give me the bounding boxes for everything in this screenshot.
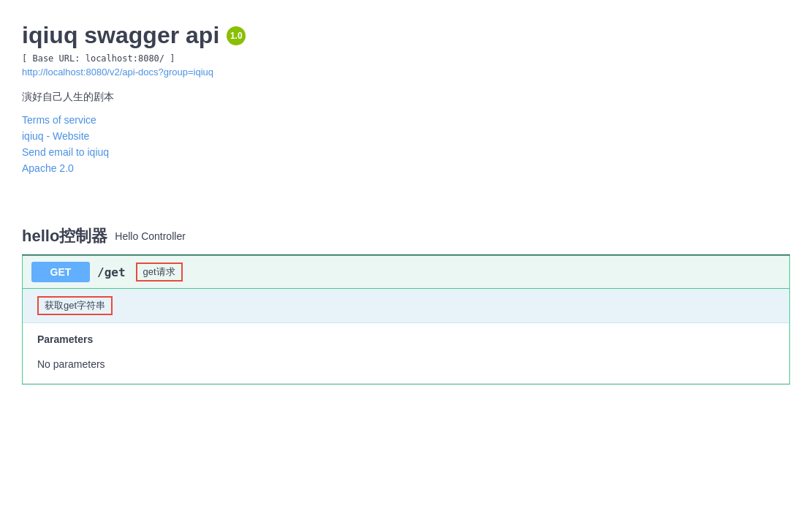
params-title: Parameters	[37, 333, 775, 345]
base-url: [ Base URL: localhost:8080/ ]	[22, 53, 790, 64]
website-link[interactable]: iqiuq - Website	[22, 130, 790, 142]
page: iqiuq swagger api 1.0 [ Base URL: localh…	[0, 0, 812, 399]
controller-description: Hello Controller	[115, 230, 185, 242]
swagger-link[interactable]: http://localhost:8080/v2/api-docs?group=…	[22, 67, 213, 78]
params-section: Parameters No parameters	[23, 323, 789, 384]
endpoint-summary: get请求	[136, 263, 183, 282]
email-link[interactable]: Send email to iqiuq	[22, 146, 790, 158]
endpoint-path: /get	[97, 265, 126, 279]
no-params-text: No parameters	[37, 352, 775, 376]
endpoint-block: GET /get get请求 获取get字符串 Parameters No pa…	[22, 255, 790, 385]
controller-section: hello控制器 Hello Controller GET /get get请求…	[22, 218, 790, 385]
license-link[interactable]: Apache 2.0	[22, 162, 790, 174]
controller-name: hello控制器	[22, 225, 107, 247]
endpoint-detail: 获取get字符串 Parameters No parameters	[23, 288, 789, 384]
version-badge: 1.0	[227, 26, 246, 45]
header-section: iqiuq swagger api 1.0 [ Base URL: localh…	[22, 15, 790, 189]
api-description: 演好自己人生的剧本	[22, 91, 790, 104]
api-title: iqiuq swagger api 1.0	[22, 22, 790, 49]
endpoint-tagline: 获取get字符串	[23, 289, 789, 323]
api-title-text: iqiuq swagger api	[22, 22, 219, 49]
endpoint-row[interactable]: GET /get get请求	[23, 256, 789, 288]
method-badge: GET	[31, 262, 90, 282]
controller-header[interactable]: hello控制器 Hello Controller	[22, 218, 790, 255]
terms-of-service-link[interactable]: Terms of service	[22, 114, 790, 126]
links-section: Terms of service iqiuq - Website Send em…	[22, 114, 790, 174]
endpoint-tagline-text: 获取get字符串	[37, 296, 113, 315]
